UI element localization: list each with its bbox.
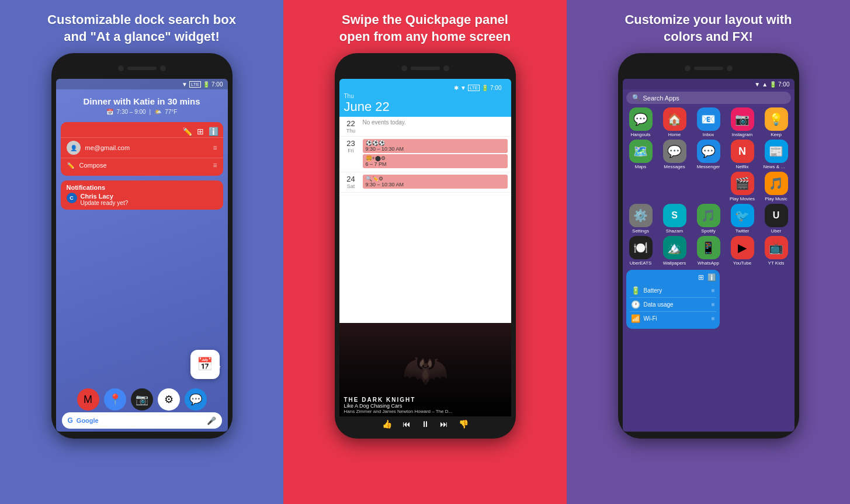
app-messages[interactable]: 💬 Messages xyxy=(659,140,691,169)
play-movies-icon: 🎬 xyxy=(731,172,754,195)
cal-row-22: 22 Thu No events today. xyxy=(339,117,511,137)
app-home[interactable]: 🏠 Home xyxy=(659,107,691,137)
camera-dock-icon[interactable]: 📷 xyxy=(131,388,153,411)
app-twitter[interactable]: 🐦 Twitter xyxy=(727,204,758,234)
app-news[interactable]: 📰 News & Wea. xyxy=(761,140,792,169)
edit-icon[interactable]: ✏️ xyxy=(182,127,192,136)
qp-grid-icon[interactable]: ⊞ xyxy=(698,273,704,281)
app-settings[interactable]: ⚙️ Settings xyxy=(625,204,657,234)
app-shazam[interactable]: S Shazam xyxy=(659,204,691,234)
phone-2-top xyxy=(339,60,511,77)
cal-row-24: 24 Sat 🔍✏️⚙9:30 – 10:30 AM xyxy=(339,172,511,193)
app-play-movies[interactable]: 🎬 Play Movies xyxy=(727,172,758,201)
skip-forward-icon[interactable]: ⏭ xyxy=(440,419,448,429)
quick-battery[interactable]: 🔋 Battery ≡ xyxy=(630,284,716,298)
app-grid-row2: 🗺️ Maps 💬 Messages 💬 Messenger N Netflix xyxy=(623,138,795,171)
pause-icon[interactable]: ⏸ xyxy=(421,419,429,429)
panel-3: Customize your layout withcolors and FX!… xyxy=(567,0,850,504)
app-wallpapers[interactable]: 🏔️ Wallpapers xyxy=(659,236,691,266)
chrome-dock-icon[interactable]: ⚙ xyxy=(158,388,180,411)
app-maps[interactable]: 🗺️ Maps xyxy=(625,140,657,169)
app-grid-row1: 💬 Hangouts 🏠 Home 📧 Inbox 📷 Instagram xyxy=(623,106,795,138)
qp-info-icon[interactable]: ℹ️ xyxy=(707,273,716,281)
data-menu[interactable]: ≡ xyxy=(712,301,715,308)
app-messenger[interactable]: 💬 Messenger xyxy=(693,140,724,169)
np-controls: 👍 ⏮ ⏸ ⏭ 👎 xyxy=(339,416,511,432)
compose-hamburger[interactable]: ≡ xyxy=(213,161,217,169)
app-hangouts[interactable]: 💬 Hangouts xyxy=(625,107,657,137)
cal-day-22: 22 Thu xyxy=(343,119,359,134)
msgs-dock-icon[interactable]: 💬 xyxy=(185,388,207,411)
compose-row[interactable]: ✏️ Compose ≡ xyxy=(61,158,223,172)
app-netflix[interactable]: N Netflix xyxy=(727,140,758,169)
thumbup-icon[interactable]: 👍 xyxy=(382,419,392,429)
quick-data-usage[interactable]: 🕐 Data usage ≡ xyxy=(630,298,716,312)
hangouts-icon: 💬 xyxy=(629,107,653,131)
battery-quick-icon: 🔋 xyxy=(631,286,640,295)
glance-event-title: Dinner with Katie in 30 mins xyxy=(62,96,222,106)
lte-badge-2: LTE xyxy=(468,85,480,91)
gmail-dock-icon[interactable]: M xyxy=(77,388,99,411)
app-ytkids[interactable]: 📺 YT Kids xyxy=(761,236,792,266)
panel-1: Customizable dock search boxand "At a gl… xyxy=(0,0,283,504)
search-bar[interactable]: G Google 🎤 xyxy=(62,412,222,429)
panel-2-title: Swipe the Quickpage panelopen from any h… xyxy=(339,12,511,45)
hamburger-icon[interactable]: ≡ xyxy=(213,144,217,152)
cal-row-23: 23 Fri ⚽⚽⚽9:30 – 10:30 AM 🍔+⬤⚙6 – 7 PM xyxy=(339,137,511,172)
battery-menu[interactable]: ≡ xyxy=(712,287,715,294)
whatsapp-icon: 📱 xyxy=(697,236,720,259)
search-icon: 🔍 xyxy=(632,94,640,102)
maps-icon: 🗺️ xyxy=(629,140,653,163)
app-whatsapp[interactable]: 📱 WhatsApp xyxy=(693,236,724,266)
phone-1-top xyxy=(56,60,228,77)
app-instagram[interactable]: 📷 Instagram xyxy=(727,107,758,137)
cal-day-label: Thu xyxy=(344,93,506,99)
cal-day-24: 24 Sat xyxy=(343,175,359,189)
calendar-body: 22 Thu No events today. 23 Fri xyxy=(339,117,511,323)
notif-title: Notifications xyxy=(67,184,217,191)
phone-1-screen: ▼ LTE 🔋 7:00 Dinner with Katie in 30 min… xyxy=(56,79,228,432)
messenger-icon: 💬 xyxy=(697,140,720,163)
data-quick-icon: 🕐 xyxy=(631,300,640,309)
app-uber[interactable]: U Uber xyxy=(761,204,792,234)
app-keep[interactable]: 💡 Keep xyxy=(761,107,792,137)
notif-name: Chris Lacy xyxy=(81,193,129,200)
notif-text-block: Chris Lacy Update ready yet? xyxy=(81,193,129,206)
compose-icon: ✏️ xyxy=(67,162,75,169)
cal-events-24: 🔍✏️⚙9:30 – 10:30 AM xyxy=(363,175,508,190)
app-youtube[interactable]: ▶ YouTube xyxy=(727,236,758,266)
now-playing: 🦇 THE DARK KNIGHT Like A Dog Chasing Car… xyxy=(339,323,511,416)
mic-icon[interactable]: 🎤 xyxy=(207,416,216,425)
gmail-account-row[interactable]: 👤 me@gmail.com ≡ xyxy=(61,137,223,158)
wifi-icon-3: ▼ xyxy=(754,81,760,88)
screen1: ▼ LTE 🔋 7:00 Dinner with Katie in 30 min… xyxy=(56,79,228,432)
quick-wifi[interactable]: 📶 Wi-Fi ≡ xyxy=(630,312,716,325)
info-icon[interactable]: ℹ️ xyxy=(209,127,218,136)
gmail-widget: ✏️ ⊞ ℹ️ 👤 me@gmail.com ≡ ✏️ Compose ≡ xyxy=(61,122,223,176)
notif-item: C Chris Lacy Update ready yet? xyxy=(67,193,217,206)
phone-2: ✱ ▼ LTE 🔋 7:00 Thu June 22 22 Thu xyxy=(335,53,516,439)
app-spotify[interactable]: 🎵 Spotify xyxy=(693,204,724,234)
app-ubereats[interactable]: 🍽️ UberEATS xyxy=(625,236,657,266)
glance-time: 7:30 – 9:00 xyxy=(117,109,146,115)
overlay: THE DARK KNIGHT Like A Dog Chasing Cars … xyxy=(339,323,511,416)
app-inbox[interactable]: 📧 Inbox xyxy=(693,107,724,137)
messages-icon: 💬 xyxy=(663,140,686,163)
grid-icon[interactable]: ⊞ xyxy=(197,127,204,136)
glance-temp: 77°F xyxy=(165,109,177,115)
thumbdown-icon[interactable]: 👎 xyxy=(459,419,469,429)
maps-dock-icon[interactable]: 📍 xyxy=(104,388,126,411)
google-text: Google xyxy=(77,417,203,424)
search-apps-bar[interactable]: 🔍 Search Apps xyxy=(626,92,791,104)
wifi-menu[interactable]: ≡ xyxy=(712,315,715,322)
instagram-icon: 📷 xyxy=(731,107,754,131)
skip-back-icon[interactable]: ⏮ xyxy=(403,419,411,429)
np-artist: Hans Zimmer and James Newton Howard – Th… xyxy=(344,409,506,414)
gmail-email: me@gmail.com xyxy=(85,144,209,151)
phone-3: ▼ ▲ 🔋 7:00 🔍 Search Apps 💬 Hangouts xyxy=(618,53,799,439)
notif-message: Update ready yet? xyxy=(81,200,129,206)
gmail-avatar: 👤 xyxy=(67,141,81,155)
wifi-icon: ▼ xyxy=(182,81,188,88)
app-play-music[interactable]: 🎵 Play Music xyxy=(761,172,792,201)
spotify-icon: 🎵 xyxy=(697,204,720,227)
